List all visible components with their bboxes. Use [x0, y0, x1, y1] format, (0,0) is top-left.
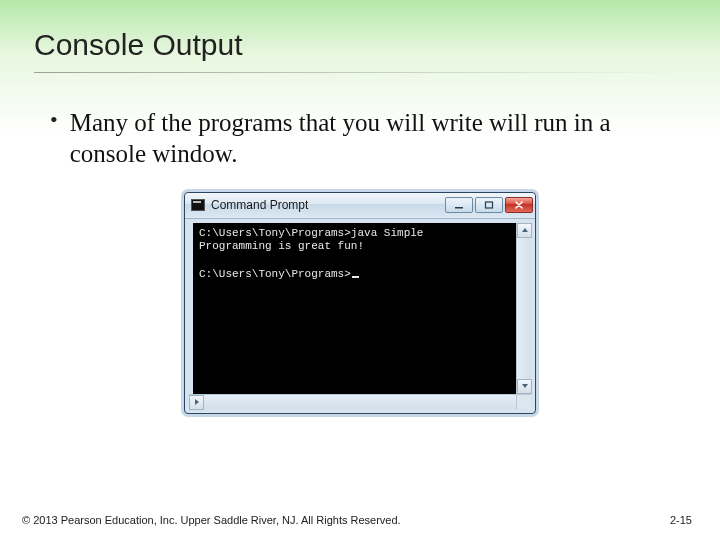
minimize-button[interactable]	[445, 197, 473, 213]
scroll-right-button[interactable]	[189, 395, 204, 410]
window-title: Command Prompt	[211, 198, 445, 212]
scrollbar-corner	[516, 394, 531, 409]
copyright-text: © 2013 Pearson Education, Inc. Upper Sad…	[22, 514, 401, 526]
console-line: C:\Users\Tony\Programs>	[199, 268, 351, 280]
close-icon	[514, 201, 524, 209]
bullet-item: • Many of the programs that you will wri…	[0, 73, 720, 170]
console-output-area[interactable]: C:\Users\Tony\Programs>java Simple Progr…	[193, 223, 527, 409]
minimize-icon	[454, 201, 464, 209]
page-number: 2-15	[670, 514, 692, 526]
window-titlebar[interactable]: Command Prompt	[185, 193, 535, 219]
scroll-up-button[interactable]	[517, 223, 532, 238]
horizontal-scrollbar[interactable]	[189, 394, 516, 409]
chevron-down-icon	[521, 382, 529, 390]
close-button[interactable]	[505, 197, 533, 213]
console-line: Programming is great fun!	[199, 240, 364, 252]
console-line: C:\Users\Tony\Programs>java Simple	[199, 227, 423, 239]
scroll-down-button[interactable]	[517, 379, 532, 394]
bullet-marker: •	[50, 107, 58, 133]
maximize-icon	[484, 201, 494, 209]
maximize-button[interactable]	[475, 197, 503, 213]
svg-rect-1	[486, 202, 493, 208]
slide-title: Console Output	[0, 0, 720, 62]
chevron-right-icon	[193, 398, 201, 406]
bullet-text: Many of the programs that you will write…	[70, 107, 656, 170]
vertical-scrollbar[interactable]	[516, 223, 531, 394]
svg-rect-0	[455, 207, 463, 209]
command-prompt-icon	[191, 199, 205, 211]
slide-footer: © 2013 Pearson Education, Inc. Upper Sad…	[0, 514, 720, 526]
command-prompt-window: Command Prompt C:\Users\Tony\Programs>ja…	[184, 192, 536, 414]
chevron-up-icon	[521, 226, 529, 234]
cursor-icon	[352, 276, 359, 278]
